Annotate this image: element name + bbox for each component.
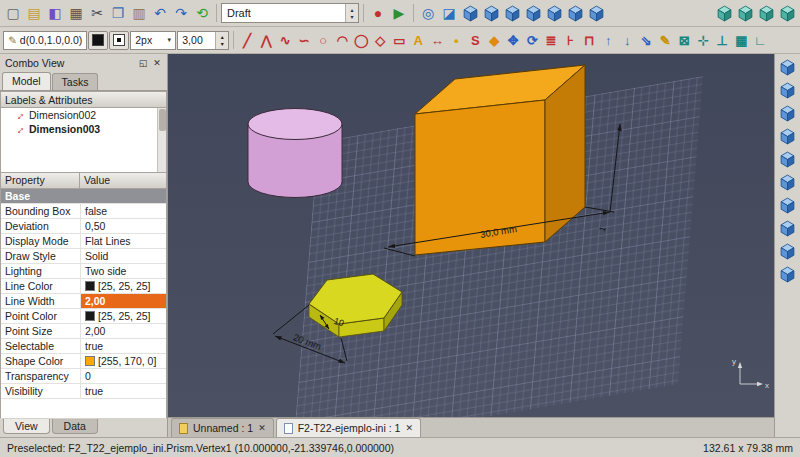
workbench-selector-spinner[interactable]: ▴ ▾ [345,4,358,22]
scale-icon[interactable]: ⇘ [637,30,655,51]
rt-view-axonometric-button[interactable] [778,80,798,101]
rt-view-left-button[interactable] [778,218,798,239]
workbench-selector[interactable]: Draft ▴ ▾ [221,3,359,23]
edit-icon[interactable]: ✎ [656,30,674,51]
polygon-icon[interactable]: ◇ [371,30,389,51]
view-left-button[interactable] [586,3,606,24]
font-size-spinbox[interactable]: 3,00 ▴ ▾ [177,31,229,50]
macro-record-icon[interactable]: ● [368,3,388,24]
property-row-shape-color[interactable]: Shape Color [255, 170, 0] [1,354,166,369]
snap-midpoint-icon[interactable]: ⊹ [694,30,712,51]
copy-icon[interactable]: ❐ [108,3,128,24]
property-row-line-color[interactable]: Line Color [25, 25, 25] [1,279,166,294]
snap-perpendicular-icon[interactable]: ⊥ [713,30,731,51]
rt-view-rear-button[interactable] [778,172,798,193]
rt-view-bottom-button[interactable] [778,195,798,216]
view-isometric-button[interactable] [777,3,797,24]
working-plane-field[interactable]: ✎ d(0.0,1.0,0.0) [3,31,87,50]
cylinder-solid[interactable] [248,109,342,198]
view-trimetric-button[interactable] [735,3,755,24]
circle-icon[interactable]: ○ [314,30,332,51]
rt-view-dimetric-button[interactable] [778,264,798,285]
property-group-base[interactable]: Base [1,189,166,204]
doc-tab-f2-t22-ejemplo-ini[interactable]: F2-T22-ejemplo-ini : 1 ✕ [276,418,421,437]
doc-tab-unnamed[interactable]: Unnamed : 1 ✕ [171,418,274,437]
paste-icon[interactable]: ▥ [129,3,149,24]
upgrade-icon[interactable]: ↑ [599,30,617,51]
downgrade-icon[interactable]: ↓ [618,30,636,51]
open-file-icon[interactable]: ▤ [24,3,44,24]
dimension-icon[interactable]: ↔ [428,30,446,51]
scrollbar-thumb[interactable] [159,109,166,131]
join-icon[interactable]: ⊓ [580,30,598,51]
line-icon[interactable]: ╱ [238,30,256,51]
shapestring-icon[interactable]: S [466,30,484,51]
property-row-transparency[interactable]: Transparency 0 [1,369,166,384]
new-file-icon[interactable]: ▢ [3,3,23,24]
3d-viewport[interactable]: 30,0 mm 1 10 [168,54,774,417]
draw-style-icon[interactable]: ◪ [439,3,459,24]
property-row-visibility[interactable]: Visibility true [1,384,166,399]
close-icon[interactable]: ✕ [258,423,266,433]
tree-item-dimension002[interactable]: ↔ Dimension002 [1,108,166,122]
close-panel-icon[interactable]: ✕ [150,56,164,70]
offset-icon[interactable]: ≣ [542,30,560,51]
tab-tasks[interactable]: Tasks [52,73,99,90]
view-home-button[interactable] [714,3,734,24]
trimex-icon[interactable]: ⊦ [561,30,579,51]
line-color-button[interactable] [88,31,108,50]
cut-icon[interactable]: ✂ [87,3,107,24]
tree-item-dimension003[interactable]: ↔ Dimension003 [1,122,166,136]
close-icon[interactable]: ✕ [405,423,413,433]
tree-scrollbar[interactable] [157,108,166,172]
property-row-deviation[interactable]: Deviation 0,50 [1,219,166,234]
macro-run-icon[interactable]: ▶ [389,3,409,24]
font-size-spinner[interactable]: ▴ ▾ [215,32,228,49]
tab-data[interactable]: Data [52,419,98,434]
rt-view-fit-button[interactable] [778,57,798,78]
float-panel-icon[interactable]: ◱ [136,56,150,70]
view-bottom-button[interactable] [565,3,585,24]
rotate-icon[interactable]: ⟳ [523,30,541,51]
rt-view-top-button[interactable] [778,126,798,147]
arc-icon[interactable]: ◠ [333,30,351,51]
print-icon[interactable]: ▦ [66,3,86,24]
property-row-display-mode[interactable]: Display Mode Flat Lines [1,234,166,249]
redo-icon[interactable]: ↷ [171,3,191,24]
rt-view-front-button[interactable] [778,103,798,124]
view-axonometric-button[interactable] [460,3,480,24]
view-dimetric-button[interactable] [756,3,776,24]
view-rear-button[interactable] [544,3,564,24]
snap-lock-icon[interactable]: ⊠ [675,30,693,51]
rectangle-icon[interactable]: ▭ [390,30,408,51]
snap-ortho-icon[interactable]: ∟ [751,30,769,51]
property-row-lighting[interactable]: Lighting Two side [1,264,166,279]
line-width-editor[interactable]: 2,00 [81,294,166,308]
tab-model[interactable]: Model [2,72,51,90]
line-width-combo[interactable]: 2px ▾ [130,31,176,50]
save-file-icon[interactable]: ◧ [45,3,65,24]
undo-icon[interactable]: ↶ [150,3,170,24]
view-right-button[interactable] [523,3,543,24]
point-icon[interactable]: • [447,30,465,51]
property-row-draw-style[interactable]: Draw Style Solid [1,249,166,264]
property-row-point-color[interactable]: Point Color [25, 25, 25] [1,309,166,324]
refresh-icon[interactable]: ⟲ [192,3,212,24]
fit-all-icon[interactable]: ◎ [418,3,438,24]
move-icon[interactable]: ✥ [504,30,522,51]
rt-view-right-button[interactable] [778,149,798,170]
snap-grid-icon[interactable]: ▦ [732,30,750,51]
view-front-button[interactable] [481,3,501,24]
bspline-icon[interactable]: ∿ [276,30,294,51]
rt-view-isometric-button[interactable] [778,241,798,262]
property-row-point-size[interactable]: Point Size 2,00 [1,324,166,339]
face-color-button[interactable] [109,31,129,50]
facebinder-icon[interactable]: ◆ [485,30,503,51]
view-top-button[interactable] [502,3,522,24]
polyline-icon[interactable]: ⋀ [257,30,275,51]
tab-view[interactable]: View [3,419,50,434]
ellipse-icon[interactable]: ◯ [352,30,370,51]
text-icon[interactable]: A [409,30,427,51]
property-row-line-width[interactable]: Line Width 2,00 [1,294,166,309]
bezier-icon[interactable]: ∽ [295,30,313,51]
